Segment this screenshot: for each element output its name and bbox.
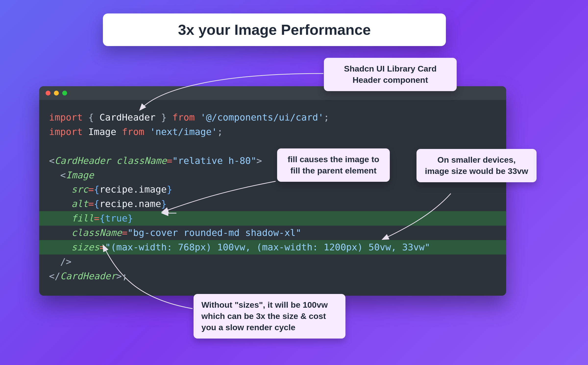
code-line-6: src={recipe.image}	[39, 182, 506, 197]
code-line-7: alt={recipe.name}	[39, 197, 506, 211]
code-line-9: className="bg-cover rounded-md shadow-xl…	[39, 226, 506, 240]
code-line-1: import { CardHeader } from '@/components…	[39, 110, 506, 125]
callout-shadcn: Shadcn UI Library Card Header component	[324, 58, 457, 91]
callout-vw: On smaller devices, image size would be …	[416, 149, 537, 182]
code-line-8-highlighted: fill={true}	[39, 211, 506, 226]
callout-vw-text: On smaller devices, image size would be …	[425, 155, 528, 176]
close-icon[interactable]	[46, 91, 50, 96]
code-line-2: import Image from 'next/image';	[39, 125, 506, 139]
code-body: import { CardHeader } from '@/components…	[39, 100, 506, 296]
minimize-icon[interactable]	[54, 91, 59, 96]
title-card: 3x your Image Performance	[103, 13, 446, 46]
maximize-icon[interactable]	[62, 91, 67, 96]
callout-fill-text: fill causes the image to fill the parent…	[288, 155, 379, 175]
callout-sizes-text: Without "sizes", it will be 100vw which …	[201, 300, 328, 332]
code-line-12: </CardHeader>;	[39, 269, 506, 283]
callout-shadcn-text: Shadcn UI Library Card Header component	[344, 64, 437, 85]
callout-sizes: Without "sizes", it will be 100vw which …	[194, 294, 345, 339]
code-line-11: />	[39, 255, 506, 269]
code-window: import { CardHeader } from '@/components…	[39, 86, 506, 296]
page-title: 3x your Image Performance	[118, 21, 431, 38]
callout-fill: fill causes the image to fill the parent…	[277, 148, 390, 182]
code-line-10-highlighted: sizes="(max-width: 768px) 100vw, (max-wi…	[39, 240, 506, 255]
